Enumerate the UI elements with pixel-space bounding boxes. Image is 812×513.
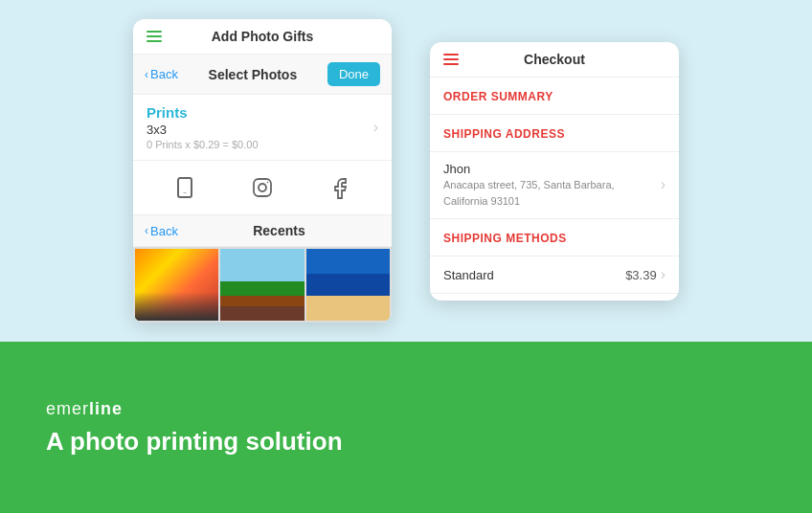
- select-photos-nav: ‹ Back Select Photos Done: [133, 55, 392, 95]
- shipping-methods-label: SHIPPING METHODS: [443, 232, 567, 245]
- brand-content: emerline A photo printing solution: [46, 399, 343, 457]
- prints-section[interactable]: Prints 3x3 0 Prints x $0.29 = $0.00 ›: [133, 95, 392, 161]
- left-phone-header: Add Photo Gifts: [133, 19, 392, 55]
- svg-rect-0: [178, 178, 192, 197]
- select-photos-title: Select Photos: [178, 67, 327, 82]
- top-section: Add Photo Gifts ‹ Back Select Photos Don…: [0, 0, 812, 342]
- recents-title: Recents: [178, 223, 380, 238]
- prints-size: 3x3: [147, 123, 259, 137]
- svg-point-4: [267, 182, 269, 184]
- address-item[interactable]: Jhon Anacapa street, 735, Santa Barbara,…: [430, 152, 679, 220]
- order-summary-section[interactable]: ORDER SUMMARY: [430, 78, 679, 115]
- address-name: Jhon: [443, 162, 615, 176]
- address-chevron-icon: ›: [661, 176, 665, 193]
- back-label: Back: [150, 67, 178, 81]
- right-hamburger-icon[interactable]: [443, 54, 459, 65]
- shipping-price: $3.39: [625, 268, 657, 282]
- address-info: Jhon Anacapa street, 735, Santa Barbara,…: [443, 162, 615, 210]
- order-summary-label: ORDER SUMMARY: [443, 90, 553, 103]
- address-city: California 93101: [443, 194, 615, 209]
- prints-info: Prints 3x3 0 Prints x $0.29 = $0.00: [147, 104, 259, 150]
- chevron-right-icon: ›: [373, 119, 378, 136]
- hamburger-icon[interactable]: [147, 31, 162, 42]
- recents-back-button[interactable]: ‹ Back: [145, 224, 178, 238]
- bottom-section: emerline A photo printing solution: [0, 342, 812, 513]
- brand-suffix: line: [89, 399, 123, 418]
- instagram-icon[interactable]: [245, 170, 280, 205]
- back-button[interactable]: ‹ Back: [145, 67, 178, 81]
- shipping-label: Standard: [443, 268, 494, 282]
- checkout-title: Checkout: [524, 52, 585, 67]
- address-street: Anacapa street, 735, Santa Barbara,: [443, 178, 615, 192]
- prints-price: 0 Prints x $0.29 = $0.00: [147, 139, 259, 150]
- shipping-methods-section[interactable]: SHIPPING METHODS: [430, 219, 679, 256]
- shipping-item[interactable]: Standard $3.39 ›: [430, 256, 679, 294]
- shipping-address-section[interactable]: SHIPPING ADDRESS: [430, 115, 679, 152]
- brand-name: emerline: [46, 399, 343, 419]
- photo-barn[interactable]: [220, 249, 304, 321]
- photo-kid[interactable]: [306, 249, 390, 321]
- right-phone: Checkout ORDER SUMMARY SHIPPING ADDRESS …: [430, 42, 679, 301]
- prints-title: Prints: [147, 104, 259, 121]
- facebook-icon[interactable]: [323, 170, 357, 205]
- done-button[interactable]: Done: [327, 62, 380, 86]
- social-bar: [133, 161, 392, 215]
- brand-prefix: emer: [46, 399, 89, 418]
- shipping-address-label: SHIPPING ADDRESS: [443, 127, 565, 141]
- recents-chevron-icon: ‹: [145, 224, 148, 237]
- photo-sunset[interactable]: [135, 249, 218, 321]
- right-phone-header: Checkout: [430, 42, 679, 78]
- chevron-left-icon: ‹: [145, 68, 148, 81]
- shipping-chevron-icon: ›: [661, 266, 665, 283]
- recents-nav: ‹ Back Recents: [133, 215, 392, 247]
- svg-rect-2: [254, 179, 271, 196]
- photo-grid: [133, 247, 392, 323]
- left-phone-title: Add Photo Gifts: [212, 29, 314, 44]
- left-phone: Add Photo Gifts ‹ Back Select Photos Don…: [133, 19, 392, 323]
- svg-point-3: [259, 184, 266, 191]
- phone-icon[interactable]: [168, 170, 202, 205]
- brand-tagline: A photo printing solution: [46, 427, 343, 457]
- recents-back-label: Back: [150, 224, 178, 238]
